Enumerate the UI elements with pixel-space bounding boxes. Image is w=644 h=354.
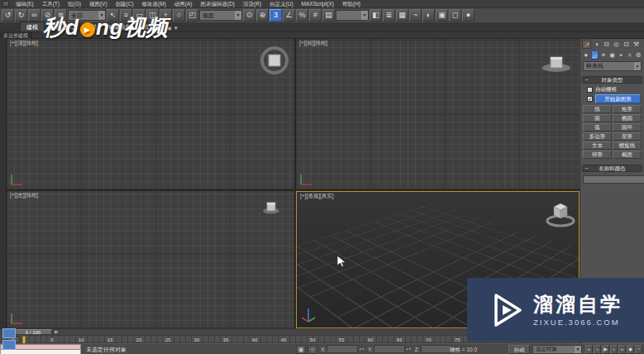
object-type-button[interactable]: 多边形 (583, 132, 612, 141)
autogrid-checkbox[interactable] (587, 87, 593, 93)
menu-item[interactable]: MAXScript(X) (298, 0, 338, 8)
render-setup-icon[interactable]: ▣ (436, 9, 448, 22)
go-to-end-button[interactable]: » (618, 345, 626, 354)
lights-category[interactable]: ☀ (599, 50, 608, 60)
selection-set-dropdown[interactable]: 选定对象 ▼ (532, 345, 582, 354)
menu-item[interactable]: 编辑(E) (12, 0, 38, 8)
utilities-tab[interactable]: ⚒ (632, 40, 641, 49)
graph-editors-icon[interactable]: ~ (409, 9, 422, 22)
object-name-input[interactable] (583, 175, 644, 184)
coordinate-input[interactable] (374, 345, 405, 353)
menu-item[interactable]: 工具(T) (38, 0, 64, 8)
object-type-button[interactable]: 文本 (583, 141, 612, 150)
menu-item[interactable]: 修改器(M) (138, 0, 170, 8)
spinner-icon[interactable]: ▲▼ (359, 347, 365, 351)
application-icon[interactable] (2, 1, 9, 7)
play-button[interactable]: ▶ (602, 345, 609, 354)
ribbon-minimize-toggle[interactable]: ▣▼ (167, 25, 179, 31)
object-type-button[interactable]: 圆 (583, 114, 612, 122)
rendered-frame-icon[interactable]: ◻ (449, 9, 461, 22)
object-type-button[interactable]: 线 (583, 105, 612, 113)
shape-type-dropdown[interactable]: 样条线 ▼ (583, 61, 642, 71)
menu-item[interactable]: 帮助(H) (338, 0, 365, 8)
viewport-front-label[interactable]: [+][前][线框] (299, 40, 327, 47)
named-selection-dropdown[interactable]: ▼ (336, 10, 369, 21)
coordinate-input[interactable] (421, 345, 452, 353)
viewport-layout-tabs-strip[interactable] (0, 39, 7, 328)
ribbon-tab-0[interactable]: 建模 (20, 22, 45, 31)
object-type-button[interactable]: 椭圆 (613, 114, 642, 122)
menu-item[interactable]: 自定义(U) (265, 0, 298, 8)
viewport-left[interactable]: [+][左][线框] (7, 191, 294, 328)
menu-item[interactable]: 渲染(R) (239, 0, 265, 8)
use-pivot-center-icon[interactable]: ⊙ (243, 9, 255, 22)
material-editor-icon[interactable]: ◐ (422, 9, 435, 22)
spacewarps-category[interactable]: ≈ (626, 50, 634, 60)
viewport-top[interactable]: [+][顶][线框] (7, 39, 294, 189)
key-mode-toggle-button[interactable]: ◆ (627, 345, 634, 354)
systems-category[interactable]: ⚙ (634, 50, 642, 60)
undo-icon[interactable]: ↺ (2, 9, 14, 22)
select-link-icon[interactable]: ∞ (28, 9, 41, 22)
viewport-left-label[interactable]: [+][左][线框] (10, 192, 38, 199)
rollout-name-color[interactable]: − 名称和颜色 (582, 165, 642, 172)
object-type-button[interactable]: 矩形 (613, 105, 642, 113)
viewport-top-label[interactable]: [+][顶][线框] (10, 40, 38, 47)
menu-item[interactable]: 组(G) (64, 0, 85, 8)
snap-toggle-icon[interactable]: 3 (270, 9, 282, 22)
shapes-category[interactable]: ▱ (591, 50, 599, 60)
mirror-icon[interactable]: ◧ (370, 9, 382, 22)
start-new-shape-checkbox[interactable] (587, 96, 593, 102)
object-type-button[interactable]: 星形 (613, 132, 642, 141)
edit-named-selections-icon[interactable]: ▤ (322, 9, 335, 22)
select-scale-icon[interactable]: ◰ (186, 9, 198, 22)
next-frame-button[interactable]: › (610, 345, 618, 354)
ribbon-subtab-polygon-modeling[interactable]: 多边形建模 (0, 32, 32, 39)
viewcube-top-view[interactable] (258, 44, 291, 77)
motion-tab[interactable]: ◎ (612, 40, 621, 49)
cameras-category[interactable]: ◉ (608, 50, 617, 60)
object-type-button[interactable]: 螺旋线 (613, 141, 642, 150)
angle-snap-icon[interactable]: ∠ (283, 9, 295, 22)
time-slider-handle[interactable]: 0 / 100 (14, 329, 52, 335)
viewport-perspective-label[interactable]: [+][透视][真实] (300, 193, 334, 200)
menu-item[interactable]: 创建(C) (112, 0, 138, 8)
menu-item[interactable]: 图表编辑器(D) (197, 0, 240, 8)
layer-manager-icon[interactable]: ▦ (396, 9, 408, 22)
percent-snap-icon[interactable]: % (296, 9, 308, 22)
modify-tab[interactable]: ◑ (592, 40, 601, 49)
absolute-mode-toggle[interactable]: ⊹ (308, 345, 317, 354)
spinner-icon[interactable]: ▲▼ (406, 347, 412, 351)
previous-frame-button[interactable]: ‹ (594, 345, 601, 354)
menu-item[interactable]: 动画(A) (170, 0, 197, 8)
viewcube-perspective[interactable] (545, 199, 576, 228)
object-type-button[interactable]: 截面 (613, 151, 642, 159)
go-to-start-button[interactable]: « (585, 345, 593, 354)
object-type-button[interactable]: 圆环 (613, 123, 642, 132)
viewport-front[interactable]: [+][前][线框] (296, 39, 580, 189)
display-tab[interactable]: ⊡ (622, 40, 631, 49)
ref-coord-dropdown[interactable]: 视图▼ (199, 10, 242, 21)
select-manipulate-icon[interactable]: ⊕ (256, 9, 269, 22)
viewcube-front-view[interactable] (540, 49, 573, 77)
selection-lock-toggle[interactable]: ▣ (296, 345, 306, 354)
geometry-category[interactable]: ● (582, 50, 590, 60)
time-configuration-button[interactable]: ◔ (635, 345, 642, 354)
coordinate-input[interactable] (327, 345, 358, 353)
hierarchy-tab[interactable]: ⊟ (602, 40, 611, 49)
create-tab[interactable]: ↗ (582, 40, 591, 49)
menu-item[interactable]: 视图(V) (85, 0, 112, 8)
object-type-button[interactable]: 弧 (583, 123, 612, 132)
time-slider-next-arrow[interactable]: ► (53, 329, 60, 335)
spinner-snap-icon[interactable]: # (309, 9, 322, 22)
viewcube-left-view[interactable] (261, 198, 281, 216)
object-type-button[interactable]: 卵形 (583, 151, 612, 159)
rollout-object-type[interactable]: − 对象类型 (582, 76, 642, 84)
start-new-shape-button[interactable]: 开始新图形 (595, 94, 641, 103)
align-icon[interactable]: ≣ (383, 9, 395, 22)
auto-key-button[interactable]: 自动 (508, 345, 530, 354)
helpers-category[interactable]: ⌖ (617, 50, 625, 60)
select-rotate-icon[interactable]: ○ (173, 9, 185, 22)
redo-icon[interactable]: ↻ (15, 9, 27, 22)
render-icon[interactable]: ● (462, 9, 475, 22)
